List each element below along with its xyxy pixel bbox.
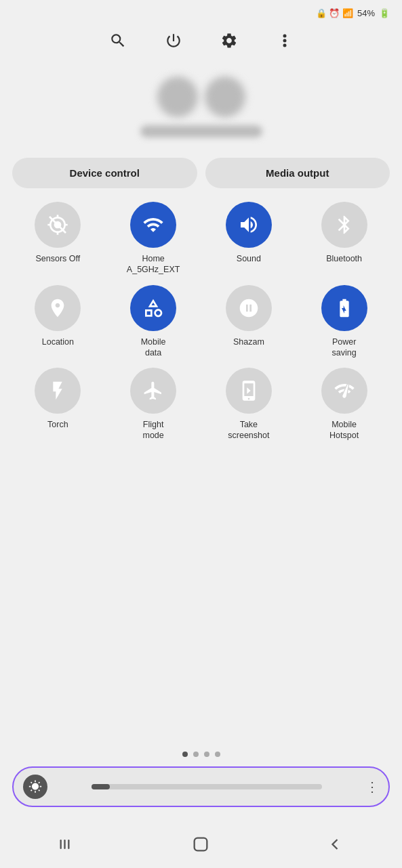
svg-point-2 bbox=[283, 44, 286, 47]
bluetooth-icon bbox=[321, 202, 367, 248]
top-icons-row bbox=[0, 21, 402, 63]
status-bar: 🔒 ⏰ 📶 54% 🔋 bbox=[0, 0, 402, 21]
flight-mode-icon bbox=[130, 368, 176, 414]
brightness-track[interactable] bbox=[92, 784, 322, 789]
page-dot-0 bbox=[182, 752, 188, 757]
flight-mode-label: Flight mode bbox=[142, 419, 163, 441]
page-dot-3 bbox=[215, 752, 220, 757]
svg-point-0 bbox=[283, 35, 286, 38]
tile-mobile-hotspot[interactable]: Mobile Hotspot bbox=[298, 368, 390, 441]
mobile-hotspot-label: Mobile Hotspot bbox=[329, 419, 359, 441]
battery-icon: 🔋 bbox=[379, 8, 390, 18]
panel-row-buttons: Device control Media output bbox=[12, 158, 390, 188]
svg-point-1 bbox=[283, 39, 286, 43]
page-dot-1 bbox=[193, 752, 199, 757]
tile-sensors-off[interactable]: Sensors Off bbox=[12, 202, 104, 276]
more-options-button[interactable] bbox=[270, 26, 299, 55]
power-saving-label: Power saving bbox=[332, 337, 357, 359]
tiles-grid: Sensors OffHome A_5GHz_EXTSoundBluetooth… bbox=[12, 202, 390, 441]
svg-rect-5 bbox=[64, 840, 65, 849]
page-dots bbox=[182, 752, 220, 757]
brightness-icon bbox=[23, 775, 47, 799]
tile-location[interactable]: Location bbox=[12, 285, 104, 359]
shazam-icon bbox=[226, 285, 272, 331]
torch-label: Torch bbox=[47, 419, 68, 430]
brightness-more-icon[interactable]: ⋮ bbox=[365, 779, 379, 795]
svg-rect-6 bbox=[68, 840, 69, 849]
home-wifi-label: Home A_5GHz_EXT bbox=[127, 253, 180, 276]
back-button[interactable] bbox=[315, 824, 355, 865]
tile-home-wifi[interactable]: Home A_5GHz_EXT bbox=[108, 202, 199, 276]
sensors-off-icon bbox=[35, 202, 81, 248]
mobile-data-label: Mobile data bbox=[141, 337, 166, 359]
tile-bluetooth[interactable]: Bluetooth bbox=[298, 202, 390, 276]
svg-rect-7 bbox=[195, 838, 207, 851]
user-area bbox=[0, 63, 402, 158]
mobile-hotspot-icon bbox=[321, 368, 367, 414]
avatar-1 bbox=[157, 77, 198, 117]
user-avatars bbox=[157, 77, 245, 117]
location-icon bbox=[35, 285, 81, 331]
power-button[interactable] bbox=[159, 26, 188, 55]
tile-flight-mode[interactable]: Flight mode bbox=[108, 368, 199, 441]
brightness-bar[interactable]: ⋮ bbox=[12, 766, 390, 807]
tile-mobile-data[interactable]: Mobile data bbox=[108, 285, 199, 359]
bluetooth-label: Bluetooth bbox=[326, 253, 362, 264]
media-output-button[interactable]: Media output bbox=[205, 158, 390, 188]
search-button[interactable] bbox=[104, 26, 132, 55]
user-name bbox=[140, 125, 262, 137]
take-screenshot-label: Take screenshot bbox=[228, 419, 269, 441]
tile-shazam[interactable]: Shazam bbox=[203, 285, 295, 359]
tile-torch[interactable]: Torch bbox=[12, 368, 104, 441]
take-screenshot-icon bbox=[226, 368, 272, 414]
shazam-label: Shazam bbox=[233, 337, 264, 347]
tile-take-screenshot[interactable]: Take screenshot bbox=[203, 368, 295, 441]
svg-rect-4 bbox=[60, 840, 61, 849]
battery-level: 54% bbox=[357, 8, 375, 18]
home-wifi-icon bbox=[130, 202, 176, 248]
page-dot-2 bbox=[204, 752, 209, 757]
sensors-off-label: Sensors Off bbox=[35, 253, 80, 264]
avatar-2 bbox=[205, 77, 245, 117]
sound-label: Sound bbox=[237, 253, 261, 264]
sound-icon bbox=[226, 202, 272, 248]
tile-sound[interactable]: Sound bbox=[203, 202, 295, 276]
quick-panel: Device control Media output Sensors OffH… bbox=[0, 158, 402, 737]
brightness-fill bbox=[92, 784, 110, 789]
home-button[interactable] bbox=[180, 824, 221, 865]
status-icons: 🔒 ⏰ 📶 bbox=[316, 8, 353, 18]
tile-power-saving[interactable]: Power saving bbox=[298, 285, 390, 359]
nav-bar bbox=[0, 821, 402, 868]
location-label: Location bbox=[42, 337, 74, 347]
recent-apps-button[interactable] bbox=[47, 824, 87, 865]
power-saving-icon bbox=[321, 285, 367, 331]
device-control-button[interactable]: Device control bbox=[12, 158, 197, 188]
torch-icon bbox=[35, 368, 81, 414]
mobile-data-icon bbox=[130, 285, 176, 331]
settings-button[interactable] bbox=[215, 26, 243, 55]
